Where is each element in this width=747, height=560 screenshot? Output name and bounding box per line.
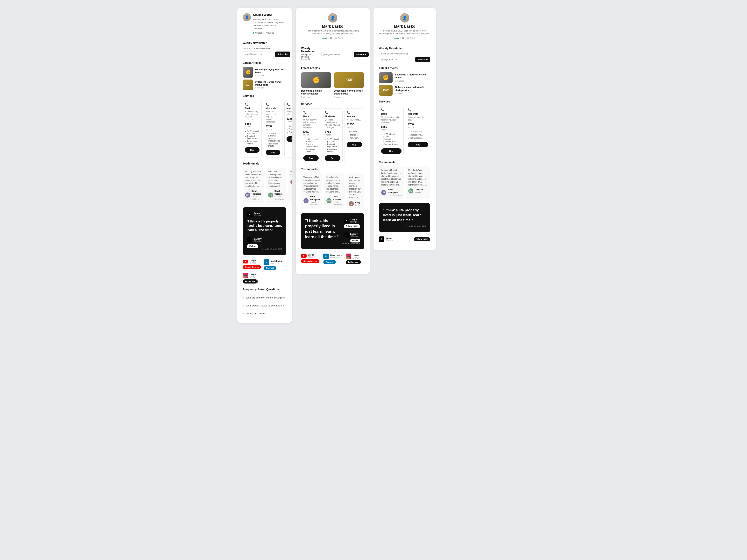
testimonials-grid-3: Working with Mark Lasko transformed our … <box>379 166 430 199</box>
linkedin-connect-btn-2[interactable]: Connect <box>323 260 336 264</box>
faq-plus-2: + <box>243 304 244 307</box>
buy-button-intense-2[interactable]: Buy <box>347 142 362 148</box>
card-2: 👤 Mark Lasko Former startup CEO. Sold 3 … <box>296 8 369 274</box>
article-item-1[interactable]: ✊ Becoming a highly effective leader 6 m… <box>243 67 286 78</box>
service-price-basic-1: $450 <box>245 122 259 125</box>
instagram-follow-btn-1[interactable]: Follow 3.8K <box>243 279 258 284</box>
service-price-intense-2: $1950 <box>347 123 362 126</box>
testimonial-text-4: Working with Mark Lasko transformed our … <box>304 176 320 193</box>
buy-button-basic-2[interactable]: Buy <box>303 155 319 161</box>
article-item-large-2[interactable]: EXIT 10 lessons learned from 3 startup e… <box>334 72 364 98</box>
author-details-2: David Martinez Founder GreenWave <box>275 190 284 201</box>
service-price-moderate-2: $750 <box>325 130 340 133</box>
author-name-1: Sarah Thompson <box>252 190 261 195</box>
li-name-2: Mark Lasko <box>330 254 342 257</box>
newsletter-section-3: Weekly Newsletter Get tips on effective … <box>379 47 430 62</box>
profile-bio-1: Former startup CEO. Sold 3 companies. No… <box>253 18 286 30</box>
buy-button-basic-3[interactable]: Buy <box>381 149 402 154</box>
subscribe-button-3[interactable]: Subscribe <box>415 57 430 62</box>
instagram-follow-btn-2[interactable]: Follow 3.8K <box>346 260 361 264</box>
social-youtube-1: ▶ Lasgo @lasgo Subscribe 2.5K <box>243 259 261 270</box>
article-item-3-1[interactable]: ✊ Becoming a highly effective leader 6 m… <box>379 72 430 83</box>
service-price-moderate-1: $750 <box>266 125 280 128</box>
author-details-4: Sarah Thompson CEO of TechNove <box>310 195 320 206</box>
testimonials-section-3: Testimonials Working with Mark Lasko tra… <box>379 161 430 199</box>
feature-i2-1: ✓1x 60 min... <box>347 130 362 133</box>
author-title-8: Founder <box>415 191 424 194</box>
services-title-2: Services <box>301 103 364 106</box>
testimonial-author-6: E Emily Co-fo... <box>349 201 362 207</box>
testimonial-6: Mark Lasko's coaching had a game-changin… <box>346 174 364 209</box>
article-item-2[interactable]: EXIT 10 lessons learned from 3 startup e… <box>243 80 286 90</box>
faq-item-3[interactable]: + Do you also invest? <box>243 310 286 318</box>
medium-info-2: Lasgoy @lasgo <box>350 233 358 237</box>
service-period-moderate-2: /month <box>325 134 340 136</box>
service-price-intense-1: $1950 <box>287 117 292 120</box>
newsletter-input-3[interactable] <box>379 57 414 62</box>
newsletter-input-1[interactable] <box>243 52 274 57</box>
quote-block-1: 𝕏 Lasgo @lasgo "I think a life properly … <box>243 207 286 255</box>
quote-text-2: "I think a life properly lived is just l… <box>305 218 342 240</box>
subscribe-button-1[interactable]: Subscribe <box>275 52 290 57</box>
service-desc-moderate-1: 2x 60 min monthly call to help you navig… <box>266 110 280 123</box>
feature-m2-2: ✓Practical improvements <box>325 143 340 148</box>
phone-icon-4: 📞 <box>303 111 319 114</box>
quote-author-1: CHARLIE MUNGER <box>247 248 282 250</box>
faq-plus-1: + <box>243 296 244 299</box>
x-info-2: Lasgo @lasgo <box>350 218 357 223</box>
follow-medium-btn-2[interactable]: Follow <box>350 239 360 242</box>
buy-button-basic-1[interactable]: Buy <box>245 147 259 153</box>
testimonial-4: Working with Mark Lasko transformed our … <box>301 174 322 209</box>
feature-2-1: ✓2x 60 min call p. month <box>266 132 280 137</box>
testimonials-grid-2: Working with Mark Lasko transformed our … <box>301 174 364 209</box>
linkedin-icon-2: in <box>323 254 329 259</box>
buy-button-moderate-2[interactable]: Buy <box>325 155 340 161</box>
follow-x-btn-2[interactable]: Follow 4.5K <box>344 224 360 228</box>
subscribe-button-2[interactable]: Subscribe <box>354 52 369 57</box>
ig-handle-2: @lasgo <box>353 257 359 259</box>
service-price-moderate-3: $750 <box>408 123 428 126</box>
author-name-4: Sarah Thompson <box>310 195 320 201</box>
article-item-3-2[interactable]: EXIT 10 lessons learned from 3 startup e… <box>379 85 430 96</box>
feature-3-3: ✓Framewor... <box>287 131 292 134</box>
article-info-2: 10 lessons learned from 3 startup exits … <box>255 80 286 89</box>
linkedin-connect-btn-1[interactable]: Connect <box>264 266 276 270</box>
youtube-subscribe-btn-2[interactable]: Subscribe 2.5K <box>301 259 319 263</box>
avatar-img-3: 👤 <box>400 13 409 23</box>
phone-icon-2: 📞 <box>266 103 280 106</box>
faq-item-2[interactable]: + What growth phases do you help in? <box>243 301 286 310</box>
newsletter-input-2[interactable] <box>321 52 353 57</box>
newsletter-subtitle-1: Get tips on effective leadership <box>243 47 286 50</box>
article-thumb-3-1: ✊ <box>379 72 392 83</box>
faq-item-1[interactable]: + What are common founder struggles? <box>243 294 286 301</box>
follow-x-btn-3[interactable]: Follow 4.5K <box>414 237 430 241</box>
article-title-large-1: Becoming a highly effective leader <box>301 89 331 96</box>
quote-block-2: "I think a life properly lived is just l… <box>301 213 364 249</box>
page-wrapper: 👤 Mark Lasko Former startup CEO. Sold 3 … <box>237 8 510 323</box>
social-instagram-1: 📷 Lasgo @lasgo Follow 3.8K <box>243 273 258 284</box>
follow-button-medium-1[interactable]: Follow <box>247 244 258 248</box>
service-name-intense-1: Intense <box>287 107 292 110</box>
author-name-6: Emily <box>355 201 361 204</box>
email-status-3: ✉ Email <box>407 37 415 39</box>
services-section-2: Services 📞 Basic 60 min monthly call to … <box>301 103 364 163</box>
buy-button-moderate-1[interactable]: Buy <box>266 150 280 155</box>
phone-icon-8: 📞 <box>408 108 428 111</box>
testimonial-text-1: Working with Mark Lasko transformed our … <box>245 170 261 188</box>
testimonial-3: Mark Lasko's... E Emily Co-fo... <box>288 168 292 203</box>
article-thumb-large-exit-2: EXIT <box>334 72 364 88</box>
author-title-2: Founder GreenWave <box>275 195 284 201</box>
testimonials-title-1: Testimonials <box>243 162 286 165</box>
medium-row-2: ●● Lasgoy @lasgo <box>344 232 360 238</box>
buy-button-moderate-3[interactable]: Buy <box>408 142 428 148</box>
buy-button-intense-1[interactable]: Buy <box>287 136 292 142</box>
testimonial-text-2: Mark Lasko's coaching had a profound imp… <box>268 170 284 188</box>
faq-section-1: Frequently Asked Questions + What are co… <box>243 288 286 318</box>
social-x-medium-3: 𝕏 Lasgo @lasgo Follow 4.5K <box>379 236 430 242</box>
instagram-icon-2: 📷 <box>346 254 351 259</box>
service-card-moderate-1: 📞 Moderate 2x 60 min monthly call to hel… <box>264 100 282 158</box>
youtube-subscribe-btn-1[interactable]: Subscribe 2.5K <box>243 265 261 269</box>
services-grid-1: 📞 Basic 60 min monthly call to help you … <box>243 100 286 158</box>
newsletter-title-2: Weekly Newsletter <box>301 47 319 53</box>
article-item-large-1[interactable]: ✊ Becoming a highly effective leader 6 m… <box>301 72 331 98</box>
